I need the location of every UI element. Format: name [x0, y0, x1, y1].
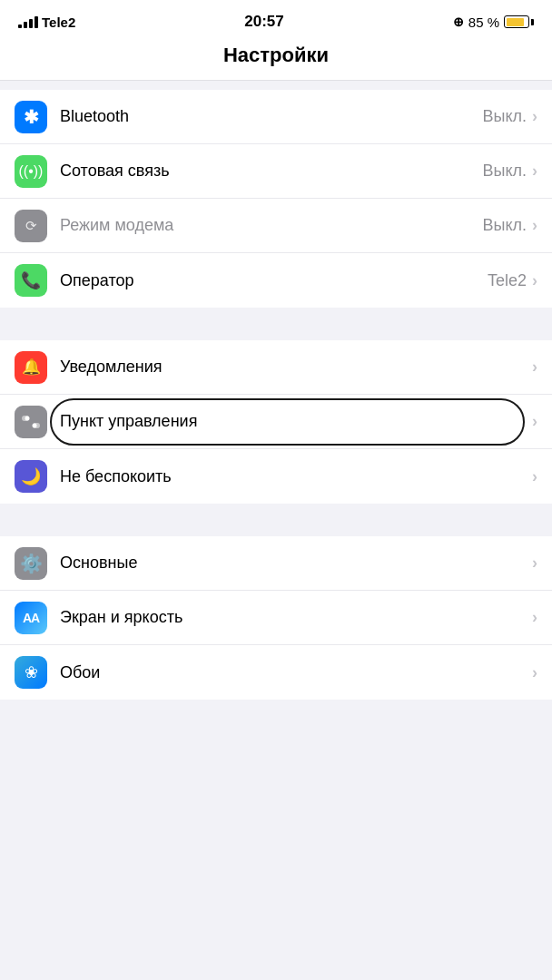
row-wallpaper[interactable]: ❀ Обои ›	[0, 645, 552, 700]
chevron-icon: ›	[532, 358, 537, 377]
section-device: ⚙️ Основные › AA Экран и яркость › ❀ Обо…	[0, 536, 552, 700]
settings-group: ✱ Bluetooth Выкл. › ((•)) Сотовая связь …	[0, 81, 552, 700]
notifications-icon: 🔔	[15, 351, 47, 384]
section-gap-2	[0, 504, 552, 536]
status-right: ⊕ 85 %	[453, 15, 534, 30]
general-icon: ⚙️	[15, 547, 47, 580]
dnd-label: Не беспокоить	[60, 467, 527, 486]
toggle-svg	[21, 415, 41, 429]
wallpaper-icon: ❀	[15, 656, 47, 689]
battery-icon	[504, 15, 534, 28]
svg-point-3	[33, 423, 37, 427]
chevron-icon: ›	[532, 663, 537, 682]
hotspot-label: Режим модема	[60, 216, 482, 235]
row-general[interactable]: ⚙️ Основные ›	[0, 536, 552, 591]
row-hotspot[interactable]: ⟳ Режим модема Выкл. ›	[0, 199, 552, 253]
chevron-icon: ›	[532, 467, 537, 486]
signal-bars	[18, 16, 38, 28]
time-display: 20:57	[244, 13, 283, 31]
row-display[interactable]: AA Экран и яркость ›	[0, 591, 552, 645]
row-cellular[interactable]: ((•)) Сотовая связь Выкл. ›	[0, 144, 552, 199]
general-label: Основные	[60, 554, 527, 573]
operator-value: Tele2	[488, 271, 527, 290]
chevron-icon: ›	[532, 554, 537, 573]
row-dnd[interactable]: 🌙 Не беспокоить ›	[0, 449, 552, 504]
svg-point-1	[25, 416, 30, 420]
carrier-label: Tele2	[42, 15, 75, 30]
display-icon: AA	[15, 602, 47, 634]
status-left: Tele2	[18, 15, 75, 30]
chevron-icon: ›	[532, 271, 537, 290]
chevron-icon: ›	[532, 412, 537, 431]
chevron-icon: ›	[532, 107, 537, 126]
cellular-value: Выкл.	[482, 162, 527, 181]
row-operator[interactable]: 📞 Оператор Tele2 ›	[0, 253, 552, 308]
control-center-label: Пункт управления	[60, 412, 527, 431]
bluetooth-icon: ✱	[15, 101, 47, 133]
row-bluetooth[interactable]: ✱ Bluetooth Выкл. ›	[0, 90, 552, 144]
notifications-label: Уведомления	[60, 358, 527, 377]
cellular-icon: ((•))	[15, 155, 47, 188]
location-icon: ⊕	[453, 15, 464, 29]
section-connectivity: ✱ Bluetooth Выкл. › ((•)) Сотовая связь …	[0, 90, 552, 308]
page-title-bar: Настройки	[0, 36, 552, 81]
wallpaper-label: Обои	[60, 663, 527, 682]
cellular-label: Сотовая связь	[60, 162, 482, 181]
chevron-icon: ›	[532, 216, 537, 235]
dnd-icon: 🌙	[15, 460, 47, 493]
row-control-center[interactable]: Пункт управления ›	[0, 395, 552, 449]
operator-icon: 📞	[15, 264, 47, 297]
chevron-icon: ›	[532, 162, 537, 181]
bluetooth-value: Выкл.	[482, 107, 527, 126]
section-system: 🔔 Уведомления › Пункт управления ›	[0, 340, 552, 504]
hotspot-icon: ⟳	[15, 210, 47, 242]
display-label: Экран и яркость	[60, 608, 527, 627]
chevron-icon: ›	[532, 608, 537, 627]
bluetooth-label: Bluetooth	[60, 107, 482, 126]
control-center-icon	[15, 406, 47, 438]
hotspot-value: Выкл.	[482, 216, 527, 235]
page-title: Настройки	[0, 44, 552, 67]
row-notifications[interactable]: 🔔 Уведомления ›	[0, 340, 552, 395]
operator-label: Оператор	[60, 271, 488, 290]
status-bar: Tele2 20:57 ⊕ 85 %	[0, 0, 552, 36]
battery-label: 85 %	[468, 15, 499, 30]
section-gap-1	[0, 308, 552, 340]
